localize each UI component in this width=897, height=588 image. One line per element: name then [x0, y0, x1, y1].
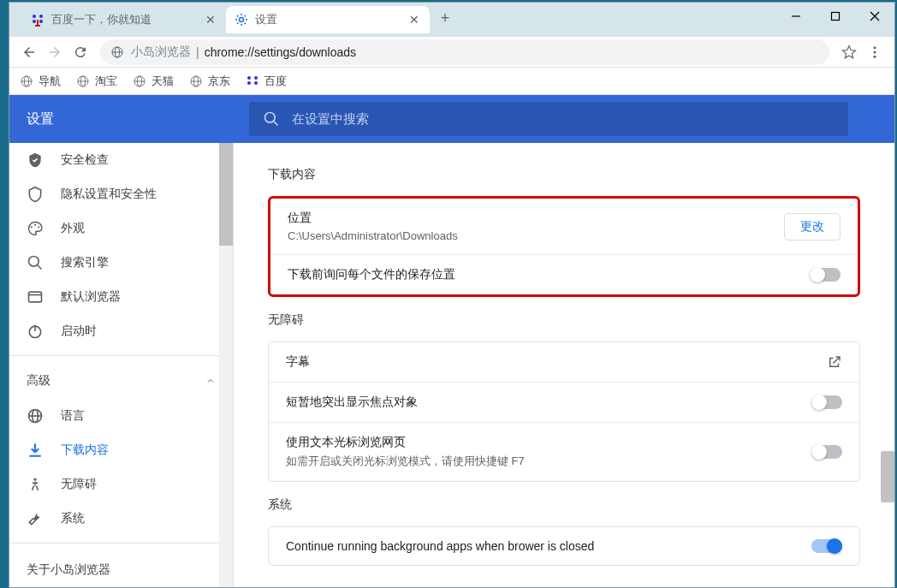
minimize-button[interactable] — [776, 3, 816, 30]
bookmark-label: 京东 — [208, 74, 230, 89]
captions-row[interactable]: 字幕 — [269, 342, 859, 382]
tab-close-icon[interactable]: ✕ — [204, 13, 217, 27]
window-controls — [776, 3, 894, 30]
sidebar-item-appearance[interactable]: 外观 — [9, 211, 233, 246]
svg-point-3 — [39, 20, 43, 23]
settings-sidebar: 安全检查 隐私设置和安全性 外观 搜索引擎 默认浏览器 启动时 高级 语言 下载… — [9, 143, 234, 587]
svg-point-28 — [254, 76, 258, 80]
globe-icon — [189, 74, 203, 88]
download-location-value: C:\Users\Administrator\Downloads — [288, 229, 784, 242]
sidebar-item-languages[interactable]: 语言 — [9, 399, 233, 433]
close-button[interactable] — [855, 3, 894, 30]
titlebar: 百度一下，你就知道 ✕ 设置 ✕ + — [9, 3, 894, 37]
change-location-button[interactable]: 更改 — [784, 213, 841, 241]
sidebar-scrollbar[interactable] — [219, 143, 233, 587]
sidebar-item-label: 语言 — [61, 408, 85, 424]
sidebar-item-downloads[interactable]: 下载内容 — [9, 433, 233, 467]
download-location-row: 位置 C:\Users\Administrator\Downloads 更改 — [270, 199, 858, 254]
reload-button[interactable] — [68, 39, 93, 65]
bookmark-tmall[interactable]: 天猫 — [133, 74, 174, 89]
sidebar-item-label: 启动时 — [61, 324, 97, 339]
downloads-card: 位置 C:\Users\Administrator\Downloads 更改 下… — [268, 196, 860, 297]
sidebar-item-label: 隐私设置和安全性 — [61, 187, 157, 202]
sidebar-item-safety-check[interactable]: 安全检查 — [9, 143, 233, 177]
svg-point-34 — [34, 224, 36, 226]
settings-header: 设置 在设置中搜索 — [9, 95, 894, 143]
sidebar-divider — [9, 543, 233, 543]
svg-point-27 — [247, 76, 251, 80]
caret-browsing-row: 使用文本光标浏览网页 如需开启或关闭光标浏览模式，请使用快捷键 F7 — [269, 422, 859, 481]
caret-browsing-toggle[interactable] — [811, 445, 842, 459]
menu-button[interactable] — [862, 39, 888, 65]
settings-search-input[interactable]: 在设置中搜索 — [249, 102, 848, 136]
sidebar-item-accessibility[interactable]: 无障碍 — [9, 467, 233, 502]
captions-label: 字幕 — [286, 354, 827, 370]
accessibility-card: 字幕 短暂地突出显示焦点对象 使用文本光标浏览网页 如需开启或关闭光标浏览模式，… — [268, 342, 860, 482]
main-scroll-thumb[interactable] — [881, 451, 894, 502]
palette-icon — [27, 220, 44, 237]
globe-icon — [20, 74, 33, 88]
svg-rect-6 — [832, 13, 840, 21]
site-info-icon[interactable] — [110, 45, 124, 59]
tab-close-icon[interactable]: ✕ — [407, 13, 421, 27]
bookmark-nav[interactable]: 导航 — [20, 74, 61, 89]
highlight-focus-toggle[interactable] — [811, 395, 842, 409]
sidebar-item-search-engine[interactable]: 搜索引擎 — [9, 246, 233, 280]
search-placeholder: 在设置中搜索 — [292, 111, 369, 128]
sidebar-scroll-thumb[interactable] — [219, 143, 233, 246]
tab-baidu[interactable]: 百度一下，你就知道 ✕ — [22, 6, 226, 33]
sidebar-section-advanced[interactable]: 高级 — [9, 363, 233, 399]
browser-icon — [27, 288, 44, 306]
address-bar[interactable]: 小岛浏览器 | chrome://settings/downloads — [100, 39, 829, 65]
svg-point-0 — [33, 15, 36, 18]
maximize-button[interactable] — [816, 3, 855, 30]
sidebar-item-default-browser[interactable]: 默认浏览器 — [9, 280, 233, 314]
svg-point-30 — [254, 81, 258, 85]
svg-point-29 — [247, 81, 251, 85]
shield-icon — [27, 186, 44, 203]
browser-window: 百度一下，你就知道 ✕ 设置 ✕ + 小岛浏览器 | chrom — [9, 2, 895, 588]
bookmark-label: 百度 — [264, 74, 287, 89]
ask-before-download-label: 下载前询问每个文件的保存位置 — [288, 267, 810, 282]
svg-point-1 — [39, 15, 43, 18]
sidebar-item-on-startup[interactable]: 启动时 — [9, 314, 233, 348]
globe-web-icon — [27, 407, 44, 425]
svg-point-45 — [33, 478, 36, 481]
toolbar: 小岛浏览器 | chrome://settings/downloads — [9, 37, 894, 68]
sidebar-item-label: 下载内容 — [61, 442, 109, 458]
bookmark-jd[interactable]: 京东 — [189, 74, 230, 89]
back-button[interactable] — [16, 39, 42, 65]
chevron-up-icon — [205, 376, 216, 386]
svg-point-36 — [29, 257, 39, 267]
main-scrollbar[interactable] — [881, 143, 894, 587]
continue-running-toggle[interactable] — [811, 539, 842, 553]
continue-running-row: Continue running background apps when br… — [269, 527, 859, 565]
new-tab-button[interactable]: + — [433, 6, 457, 30]
sidebar-divider — [9, 355, 233, 356]
settings-content: 设置 在设置中搜索 安全检查 隐私设置和安全性 外观 搜索引擎 默认浏览器 启动… — [9, 95, 894, 587]
sidebar-about[interactable]: 关于小岛浏览器 — [9, 550, 233, 587]
bookmark-taobao[interactable]: 淘宝 — [76, 74, 117, 89]
system-card: Continue running background apps when br… — [268, 526, 860, 566]
svg-line-32 — [274, 122, 278, 126]
svg-point-2 — [33, 20, 36, 23]
bookmark-baidu[interactable]: 百度 — [246, 74, 287, 89]
bookmark-label: 导航 — [39, 74, 61, 89]
tab-title: 设置 — [255, 12, 407, 27]
power-icon — [27, 323, 44, 340]
sidebar-item-system[interactable]: 系统 — [9, 502, 233, 536]
tab-settings[interactable]: 设置 ✕ — [226, 6, 430, 33]
settings-main: 下载内容 位置 C:\Users\Administrator\Downloads… — [234, 143, 894, 587]
sidebar-item-label: 安全检查 — [61, 152, 109, 168]
sidebar-item-privacy[interactable]: 隐私设置和安全性 — [9, 177, 233, 211]
section-title-system: 系统 — [268, 497, 860, 513]
sidebar-item-label: 外观 — [61, 221, 85, 236]
bookmark-label: 天猫 — [151, 74, 174, 89]
sidebar-section-label: 高级 — [27, 373, 50, 389]
forward-button[interactable] — [42, 39, 68, 65]
caret-browsing-label: 使用文本光标浏览网页 — [286, 435, 811, 450]
section-title-accessibility: 无障碍 — [268, 312, 860, 328]
ask-before-download-toggle[interactable] — [810, 268, 841, 282]
bookmark-star-button[interactable] — [836, 39, 862, 65]
svg-point-12 — [874, 46, 876, 49]
